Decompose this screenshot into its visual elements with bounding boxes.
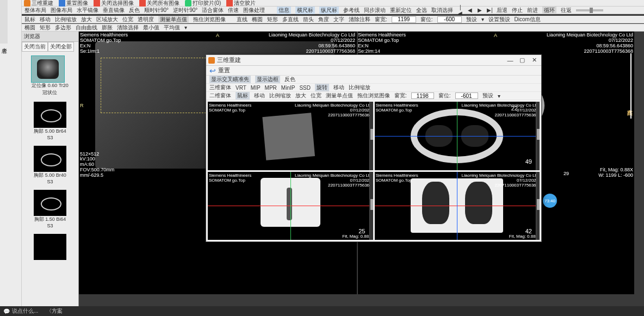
m1-ref-line[interactable]: 参考线 [343, 7, 360, 14]
dlg-measure2d[interactable]: 测量单点值 [326, 92, 353, 100]
dlg-ssd[interactable]: SSD [299, 85, 311, 91]
m2-preset[interactable]: 预设 [466, 16, 477, 23]
dlg-show-cross[interactable]: 显示交叉瞄准先 [209, 76, 251, 83]
m3-mean[interactable]: 平均值 [164, 24, 180, 32]
dlg-invert[interactable]: 反色 [284, 76, 295, 83]
m1-image-layout[interactable]: 图像布局 [51, 7, 72, 14]
m2-measure-point[interactable]: 测量单点值 [158, 16, 189, 23]
dialog-reset[interactable]: 重置 [218, 66, 230, 75]
crosshair-v-green[interactable] [457, 102, 457, 170]
dlg-vrt[interactable]: VRT [236, 85, 246, 91]
m2-move[interactable]: 移动 [40, 16, 51, 23]
m2-arrow[interactable]: 箭头 [303, 16, 314, 23]
m1-jump[interactable]: 往返 [561, 7, 572, 14]
dlg-mag2d[interactable]: 放大 [295, 92, 306, 100]
m2-angle[interactable]: 角度 [318, 16, 329, 23]
scrollbar[interactable] [536, 172, 540, 240]
dlg-ww2d[interactable]: 位宽 [311, 92, 321, 100]
m3-polygon[interactable]: 多边形 [55, 24, 71, 32]
m1-relocate[interactable]: 重新定位 [390, 7, 412, 14]
dialog-max-button[interactable]: ▢ [517, 57, 527, 64]
m1-vscale-tab[interactable]: 纵尺标 [319, 7, 339, 14]
timer-bubble[interactable]: 73:40 [543, 194, 557, 208]
dlg-mpr[interactable]: MPR [265, 85, 277, 91]
m2-mouse[interactable]: 鼠标 [24, 16, 35, 23]
ww-input[interactable] [392, 16, 416, 23]
m1-unsel[interactable]: 取消选择 [431, 7, 453, 14]
back-arrow-icon[interactable]: ↩ [209, 66, 216, 75]
scrollbar[interactable] [369, 172, 373, 240]
m2-drag-browse[interactable]: 拖住浏览图像 [193, 16, 226, 23]
m1-back[interactable]: 后退 [497, 7, 507, 14]
thumb-card-4[interactable] [34, 234, 66, 260]
thumb-tab-close-current[interactable]: 关闭当前 [22, 42, 48, 52]
chat-hint[interactable]: 💬 说点什么... [3, 307, 38, 315]
m2-region-zoom[interactable]: 区域放大 [96, 16, 118, 23]
thumb-tab-close-all[interactable]: 关闭全部 [48, 42, 74, 52]
dlg-zoom3d[interactable]: 比例缩放 [349, 84, 370, 91]
m2-magnify[interactable]: 放大 [81, 16, 92, 23]
dlg-move3d[interactable]: 移动 [333, 84, 344, 91]
dlgvp-3d[interactable]: Siemens HealthineersSOMATOM go.Top Liaon… [208, 102, 373, 170]
m2-zoom[interactable]: 比例缩放 [55, 16, 77, 23]
dlg-mouse2d[interactable]: 鼠标 [236, 92, 250, 100]
dlgvp-sagittal[interactable]: Siemens HealthineersSOMATOM go.Top Liaon… [208, 172, 373, 240]
m2-ellipse[interactable]: 椭圆 [252, 16, 263, 23]
dlg-preset[interactable]: 预设 [482, 92, 493, 100]
dialog-close-button[interactable]: ✕ [529, 57, 539, 64]
thumb-card-3[interactable]: 胸部 1.50 Bi64 S3 [34, 190, 66, 228]
m2-line[interactable]: 直线 [237, 16, 247, 23]
m1-info-tab[interactable]: 信息 [277, 7, 291, 14]
bottom-plan[interactable]: 方案 [52, 307, 63, 315]
dlg-wl-input[interactable] [455, 92, 478, 99]
chevron-left-icon[interactable]: 〈 [46, 307, 52, 315]
m1-stop[interactable]: 停止 [512, 7, 523, 14]
m1-hflip[interactable]: 水平镜像 [77, 7, 98, 14]
m3-free[interactable]: 自由曲线 [76, 24, 97, 32]
dlg-zoom2d[interactable]: 比例缩放 [269, 92, 291, 100]
m1-fit[interactable]: 适合窗体 [202, 7, 224, 14]
m2-text[interactable]: 文字 [333, 16, 344, 23]
crosshair-h-red[interactable] [208, 206, 369, 206]
thumb-card-2[interactable]: 胸部 5.00 Br40 S3 [34, 146, 66, 184]
dlg-rotate[interactable]: 旋转 [315, 84, 329, 91]
nav-prev-icon[interactable]: ◀ [467, 7, 473, 13]
dlg-ww-input[interactable] [411, 92, 434, 99]
crosshair-v-blue[interactable] [457, 172, 457, 240]
thumb-card-1[interactable]: 胸部 5.00 Br64 S3 [34, 102, 66, 140]
m3-ellipse[interactable]: 椭圆 [24, 24, 35, 32]
dlgvp-coronal[interactable]: Siemens HealthineersSOMATOM go.Top Liaon… [375, 172, 540, 240]
dlg-drag2d[interactable]: 拖住浏览图像 [357, 92, 390, 100]
m1-vflip[interactable]: 垂直镜像 [103, 7, 125, 14]
dlg-move2d[interactable]: 移动 [254, 92, 265, 100]
m2-poly[interactable]: 多直线 [282, 16, 299, 23]
scrollbar[interactable] [369, 102, 373, 170]
m3-min[interactable]: 最小值 [143, 24, 159, 32]
m1-ccw90[interactable]: 逆时针90° [173, 7, 197, 14]
dlg-minip[interactable]: MinIP [281, 85, 295, 91]
m1-cw90[interactable]: 顺时针90° [144, 7, 169, 14]
m1-invert[interactable]: 反色 [129, 7, 140, 14]
m2-rect[interactable]: 矩形 [267, 16, 278, 23]
scrollbar[interactable] [536, 102, 540, 170]
m2-alpha[interactable]: 透明度 [138, 16, 154, 23]
speed-slider[interactable] [576, 9, 603, 11]
m3-clear-sel[interactable]: 清除选择 [117, 24, 139, 32]
m1-sync[interactable]: 同步滚动 [364, 7, 386, 14]
m1-whole-layout[interactable]: 整体布局 [24, 7, 46, 14]
dialog-min-button[interactable]: — [505, 57, 515, 64]
nav-next-icon[interactable]: ▶ [477, 7, 482, 13]
m1-loop[interactable]: 循环 [542, 7, 556, 14]
m3-rect[interactable]: 矩形 [40, 24, 51, 32]
m1-hscale-tab[interactable]: 横尺标 [295, 7, 315, 14]
m1-selall[interactable]: 全选 [416, 7, 427, 14]
m1-speed[interactable]: 倍速 [228, 7, 239, 14]
m2-ww[interactable]: 位宽 [122, 16, 133, 23]
m2-set-preset[interactable]: 设置预设 [488, 16, 510, 23]
m2-dicom-info[interactable]: Dicom信息 [515, 16, 541, 23]
m1-process[interactable]: 图像处理 [243, 7, 265, 14]
side-tab-patient[interactable]: 患者 [0, 0, 8, 44]
nav-first-icon[interactable]: |◀ [457, 4, 463, 16]
m1-fwd[interactable]: 前进 [527, 7, 538, 14]
m3-dilate[interactable]: 膨胀 [102, 24, 113, 32]
